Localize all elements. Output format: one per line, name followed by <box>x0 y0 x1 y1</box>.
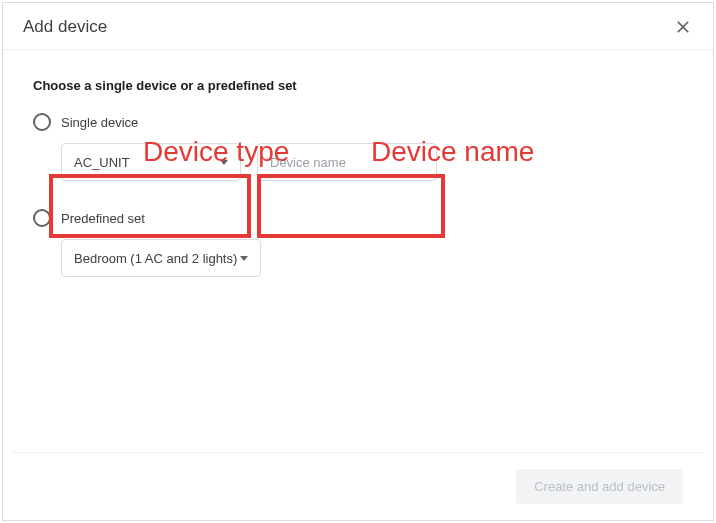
dialog-header: Add device <box>3 3 713 50</box>
create-add-device-button[interactable]: Create and add device <box>516 469 683 504</box>
predefined-set-label: Predefined set <box>61 211 145 226</box>
predefined-preset-value: Bedroom (1 AC and 2 lights) <box>74 251 240 266</box>
single-device-fields: AC_UNIT <box>61 143 683 181</box>
device-type-select[interactable]: AC_UNIT <box>61 143 241 181</box>
device-name-input[interactable] <box>257 143 437 181</box>
add-device-dialog: Add device Choose a single device or a p… <box>2 2 714 521</box>
single-device-label: Single device <box>61 115 138 130</box>
predefined-preset-select[interactable]: Bedroom (1 AC and 2 lights) <box>61 239 261 277</box>
predefined-fields: Bedroom (1 AC and 2 lights) <box>61 239 683 277</box>
radio-single-device[interactable] <box>33 113 51 131</box>
close-icon[interactable] <box>673 17 693 37</box>
content-subtitle: Choose a single device or a predefined s… <box>33 78 683 93</box>
chevron-down-icon <box>240 256 248 261</box>
dialog-title: Add device <box>23 17 107 37</box>
dialog-footer: Create and add device <box>13 452 703 520</box>
dialog-content: Choose a single device or a predefined s… <box>3 50 713 452</box>
radio-predefined-set[interactable] <box>33 209 51 227</box>
predefined-set-option[interactable]: Predefined set <box>33 209 683 227</box>
chevron-down-icon <box>220 160 228 165</box>
single-device-option[interactable]: Single device <box>33 113 683 131</box>
predefined-section: Predefined set Bedroom (1 AC and 2 light… <box>33 209 683 277</box>
device-type-value: AC_UNIT <box>74 155 220 170</box>
